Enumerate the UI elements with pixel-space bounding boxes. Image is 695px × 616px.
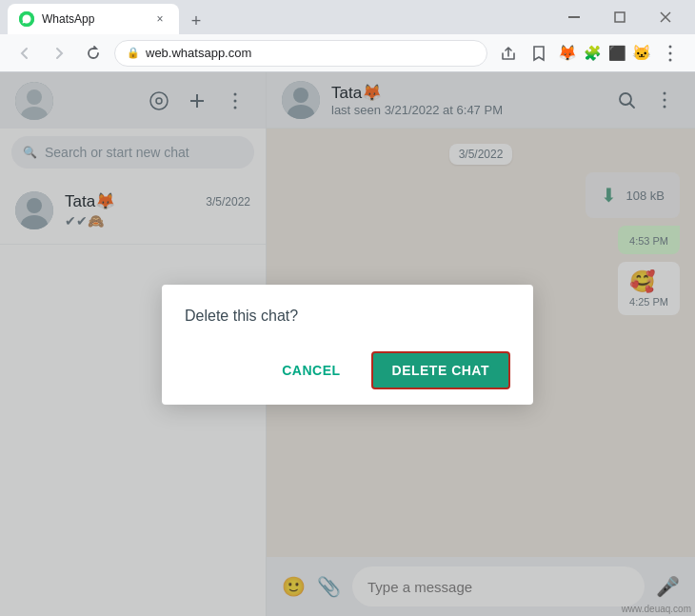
tab-favicon [19, 11, 34, 27]
svg-point-6 [669, 51, 672, 54]
dialog-buttons: CANCEL DELETE CHAT [185, 351, 510, 389]
close-button[interactable] [644, 2, 687, 32]
delete-chat-button[interactable]: DELETE CHAT [371, 351, 510, 389]
browser-extension-icon[interactable]: ⬛ [606, 42, 628, 65]
toolbar-icons: 🦊 🧩 ⬛ 🐱 [495, 40, 684, 67]
tab-close-button[interactable]: × [152, 11, 168, 27]
fox-extension-icon[interactable]: 🦊 [556, 42, 579, 65]
back-button[interactable] [11, 40, 38, 67]
new-tab-button[interactable]: + [183, 8, 209, 34]
svg-point-5 [669, 45, 672, 48]
url-bar[interactable]: 🔒 web.whatsapp.com [114, 40, 487, 67]
cat-extension-icon[interactable]: 🐱 [630, 42, 653, 65]
svg-rect-1 [568, 16, 580, 18]
tab-area: WhatsApp × + [8, 0, 552, 34]
cancel-button[interactable]: CANCEL [259, 351, 363, 389]
forward-button[interactable] [46, 40, 72, 67]
watermark: www.deuaq.com [622, 604, 691, 614]
puzzle-extension-icon[interactable]: 🧩 [581, 42, 604, 65]
svg-point-7 [669, 58, 672, 61]
address-bar: 🔒 web.whatsapp.com 🦊 🧩 ⬛ 🐱 [0, 34, 695, 72]
lock-icon: 🔒 [127, 47, 140, 59]
url-text: web.whatsapp.com [146, 46, 475, 60]
confirm-dialog: Delete this chat? CANCEL DELETE CHAT [162, 285, 533, 405]
maximize-button[interactable] [598, 2, 642, 32]
tab-title: WhatsApp [42, 12, 145, 26]
browser-window: WhatsApp × + 🔒 w [0, 0, 695, 616]
active-tab[interactable]: WhatsApp × [8, 4, 179, 34]
whatsapp-container: 🔍 Search or start new chat Tata🦊 3/5/202… [0, 72, 695, 616]
extension-icons: 🦊 🧩 ⬛ 🐱 [556, 42, 653, 65]
dialog-message: Delete this chat? [185, 308, 510, 325]
browser-menu-icon[interactable] [657, 40, 684, 67]
dialog-overlay: Delete this chat? CANCEL DELETE CHAT [0, 72, 695, 616]
share-icon[interactable] [495, 40, 522, 67]
refresh-button[interactable] [80, 40, 107, 67]
title-bar: WhatsApp × + [0, 0, 695, 34]
minimize-button[interactable] [552, 2, 596, 32]
svg-rect-2 [615, 12, 625, 22]
bookmark-icon[interactable] [526, 40, 552, 67]
window-controls [552, 2, 687, 32]
